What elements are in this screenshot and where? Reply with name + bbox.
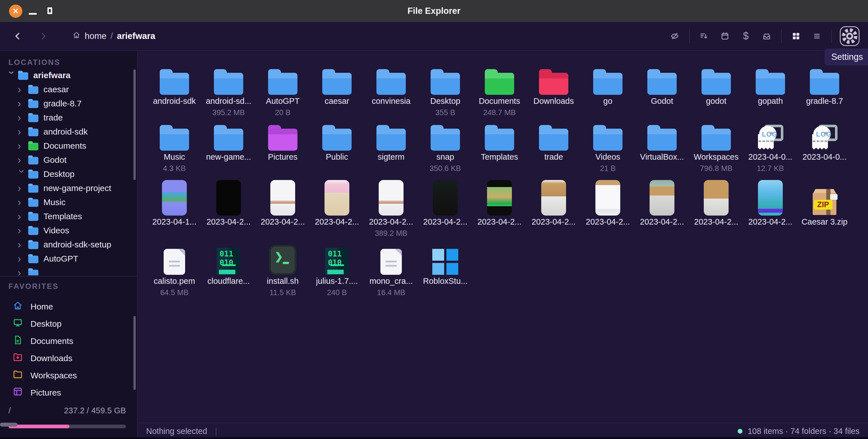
list-view-icon[interactable] bbox=[810, 30, 824, 42]
chevron-icon[interactable]: › bbox=[18, 240, 28, 250]
file-item[interactable]: 2023-04-2... bbox=[256, 180, 310, 239]
chevron-icon[interactable]: › bbox=[18, 183, 28, 193]
sidebar-tree-item[interactable]: › ariefwara bbox=[0, 68, 133, 83]
file-item[interactable]: Documents 248.7 MB bbox=[472, 69, 527, 118]
sidebar-tree-item[interactable]: › bbox=[0, 266, 133, 275]
sidebar-tree-item[interactable]: › Templates bbox=[0, 209, 133, 223]
sidebar-tree-item[interactable]: › Videos bbox=[0, 223, 133, 238]
file-item[interactable]: calisto.pem 64.5 MB bbox=[147, 245, 202, 298]
minimize-button[interactable] bbox=[29, 13, 37, 15]
favorites-item[interactable]: Downloads bbox=[0, 350, 133, 367]
breadcrumb-current[interactable]: ariefwara bbox=[117, 31, 155, 41]
file-item[interactable]: 2023-04-2... bbox=[418, 180, 472, 239]
inbox-icon[interactable] bbox=[760, 30, 773, 42]
file-item[interactable]: gopath bbox=[743, 69, 798, 118]
favorites-item[interactable]: Home bbox=[0, 298, 133, 315]
home-icon[interactable] bbox=[72, 31, 81, 41]
file-item[interactable]: Templates bbox=[472, 124, 527, 174]
file-item[interactable]: Godot bbox=[635, 69, 689, 118]
file-item[interactable]: 2023-04-1... bbox=[147, 180, 202, 239]
file-item[interactable]: 2023-04-2... bbox=[310, 180, 364, 239]
file-item[interactable]: new-game... bbox=[202, 124, 256, 174]
file-item[interactable]: android-sd... 395.2 MB bbox=[202, 69, 256, 118]
file-item[interactable]: julius-1.7.... 240 B bbox=[310, 245, 364, 298]
sidebar-tree-item[interactable]: › AutoGPT bbox=[0, 252, 133, 266]
chevron-icon[interactable]: › bbox=[18, 113, 28, 123]
file-item[interactable]: Public bbox=[310, 124, 364, 174]
file-item[interactable]: Desktop 355 B bbox=[418, 69, 472, 118]
chevron-icon[interactable]: › bbox=[18, 268, 28, 275]
chevron-icon[interactable]: › bbox=[7, 71, 17, 81]
file-item[interactable]: LOG 2023-04-0... bbox=[798, 124, 851, 174]
file-item[interactable]: 2023-04-2... bbox=[689, 180, 743, 239]
favorites-item[interactable]: Workspaces bbox=[0, 367, 133, 384]
file-item[interactable]: AutoGPT 20 B bbox=[256, 69, 310, 118]
favorites-scrollbar[interactable] bbox=[133, 316, 136, 390]
sidebar-tree-item[interactable]: › new-game-project bbox=[0, 181, 133, 195]
file-item[interactable]: VirtualBox... bbox=[635, 124, 689, 174]
file-item[interactable]: gradle-8.7 bbox=[798, 69, 851, 118]
file-item[interactable]: ZIP Caesar 3.zip bbox=[798, 180, 851, 239]
file-item[interactable]: Downloads bbox=[527, 69, 581, 118]
eye-slash-icon[interactable] bbox=[668, 30, 681, 42]
chevron-icon[interactable]: › bbox=[18, 127, 28, 137]
favorites-item[interactable]: Pictures bbox=[0, 384, 133, 401]
sidebar-tree-item[interactable]: › trade bbox=[0, 111, 133, 125]
breadcrumb-root[interactable]: home bbox=[85, 31, 107, 41]
file-item[interactable]: 2023-04-2... 389.2 MB bbox=[364, 180, 418, 239]
file-item[interactable]: android-sdk bbox=[147, 69, 202, 118]
file-item[interactable]: Workspaces 796.8 MB bbox=[689, 124, 743, 174]
file-item[interactable]: 2023-04-2... bbox=[527, 180, 581, 239]
maximize-button[interactable] bbox=[48, 7, 52, 14]
file-item[interactable]: godot bbox=[689, 69, 743, 118]
file-item[interactable]: mono_cra... 16.4 MB bbox=[364, 245, 418, 298]
close-button[interactable]: ✕ bbox=[9, 4, 22, 18]
sidebar-tree-item[interactable]: › android-sdk bbox=[0, 125, 133, 139]
sidebar-tree-item[interactable]: › Music bbox=[0, 195, 133, 209]
file-item[interactable]: 2023-04-2... bbox=[202, 180, 256, 239]
chevron-icon[interactable]: › bbox=[18, 197, 28, 207]
file-item[interactable]: install.sh 11.5 KB bbox=[256, 245, 310, 298]
chevron-icon[interactable]: › bbox=[18, 141, 28, 151]
chevron-icon[interactable]: › bbox=[18, 98, 28, 108]
file-item[interactable]: Music 4.3 KB bbox=[147, 124, 202, 174]
sidebar-tree-item[interactable]: › caesar bbox=[0, 83, 133, 96]
file-item[interactable]: go bbox=[581, 69, 635, 118]
chevron-icon[interactable]: › bbox=[18, 84, 28, 95]
file-item[interactable]: snap 350.6 KB bbox=[418, 124, 472, 174]
favorites-item[interactable]: Documents bbox=[0, 332, 133, 350]
sidebar-tree-item[interactable]: › Desktop bbox=[0, 167, 133, 181]
favorites-item[interactable]: Desktop bbox=[0, 315, 133, 332]
file-item[interactable]: cloudflare... bbox=[202, 245, 256, 298]
file-item[interactable]: 2023-04-2... bbox=[472, 180, 527, 239]
forward-button[interactable] bbox=[37, 30, 50, 42]
calendar-icon[interactable] bbox=[718, 30, 732, 42]
sidebar-tree-item[interactable]: › android-sdk-setup bbox=[0, 238, 133, 252]
sort-list-icon[interactable] bbox=[698, 30, 711, 42]
sidebar-tree-item[interactable]: › Godot bbox=[0, 153, 133, 167]
file-item[interactable]: sigterm bbox=[364, 124, 418, 174]
file-item[interactable]: LOG 2023-04-0... 12.7 KB bbox=[743, 124, 798, 174]
back-button[interactable] bbox=[11, 30, 24, 42]
file-item[interactable]: Pictures bbox=[256, 124, 310, 174]
file-item[interactable]: 2023-04-2... bbox=[743, 180, 798, 239]
sidebar-tree-item[interactable]: › Documents bbox=[0, 139, 133, 153]
sidebar-scrollbar[interactable] bbox=[133, 69, 136, 180]
grid-view-icon[interactable] bbox=[789, 30, 803, 42]
file-item[interactable]: trade bbox=[527, 124, 581, 174]
chevron-icon[interactable]: › bbox=[17, 169, 27, 180]
file-item[interactable]: 2023-04-2... bbox=[581, 180, 635, 239]
file-item[interactable]: RobloxStu... bbox=[418, 245, 472, 298]
chevron-icon[interactable]: › bbox=[18, 211, 28, 221]
chevron-icon[interactable]: › bbox=[18, 254, 28, 264]
sidebar-tree-item[interactable]: › gradle-8.7 bbox=[0, 96, 133, 111]
file-item[interactable]: 2023-04-2... bbox=[635, 180, 689, 239]
chevron-icon[interactable]: › bbox=[18, 155, 28, 165]
sidebar-scroll-pill[interactable] bbox=[0, 422, 18, 427]
chevron-icon[interactable]: › bbox=[18, 225, 28, 236]
settings-button[interactable] bbox=[840, 26, 860, 46]
file-item[interactable]: Videos 21 B bbox=[581, 124, 635, 174]
file-item[interactable]: convinesia bbox=[364, 69, 418, 118]
dollar-icon[interactable]: $ bbox=[739, 30, 752, 42]
file-item[interactable]: caesar bbox=[310, 69, 364, 118]
